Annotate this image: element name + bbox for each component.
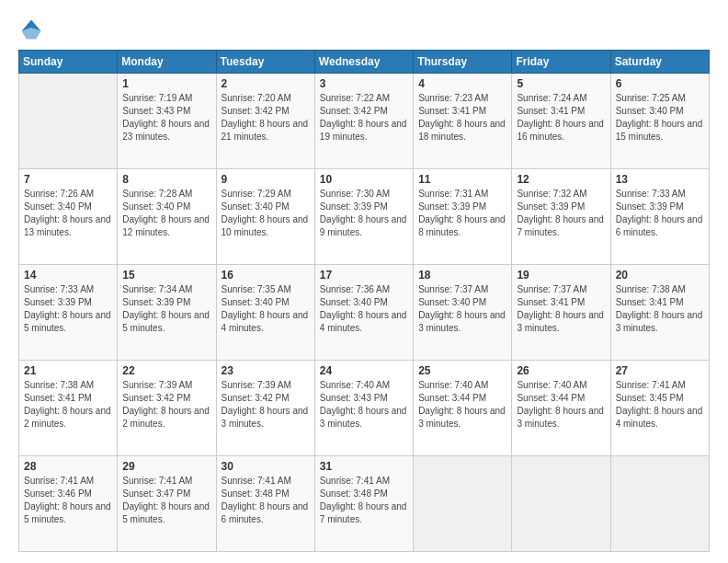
sunset-label: Sunset: 3:39 PM xyxy=(418,201,486,212)
daylight-label: Daylight: 8 hours and 5 minutes. xyxy=(24,501,111,524)
sunrise-label: Sunrise: 7:35 AM xyxy=(222,284,291,294)
table-row: 17 Sunrise: 7:36 AM Sunset: 3:40 PM Dayl… xyxy=(314,265,413,361)
daylight-label: Daylight: 8 hours and 7 minutes. xyxy=(320,501,407,524)
daylight-label: Daylight: 8 hours and 3 minutes. xyxy=(517,310,604,333)
daylight-label: Daylight: 8 hours and 10 minutes. xyxy=(222,214,309,237)
sunset-label: Sunset: 3:39 PM xyxy=(24,297,92,307)
cell-info: Sunrise: 7:40 AM Sunset: 3:44 PM Dayligh… xyxy=(418,379,506,431)
day-number: 22 xyxy=(122,364,210,377)
table-row: 26 Sunrise: 7:40 AM Sunset: 3:44 PM Dayl… xyxy=(512,361,610,456)
table-row: 16 Sunrise: 7:35 AM Sunset: 3:40 PM Dayl… xyxy=(216,265,314,361)
sunset-label: Sunset: 3:44 PM xyxy=(418,393,486,403)
daylight-label: Daylight: 8 hours and 4 minutes. xyxy=(222,310,309,333)
sunrise-label: Sunrise: 7:37 AM xyxy=(517,284,586,294)
sunset-label: Sunset: 3:46 PM xyxy=(24,488,92,499)
cell-info: Sunrise: 7:37 AM Sunset: 3:41 PM Dayligh… xyxy=(517,283,605,335)
daylight-label: Daylight: 8 hours and 12 minutes. xyxy=(122,214,210,237)
daylight-label: Daylight: 8 hours and 13 minutes. xyxy=(24,214,111,237)
table-row: 6 Sunrise: 7:25 AM Sunset: 3:40 PM Dayli… xyxy=(610,74,709,169)
table-row: 31 Sunrise: 7:41 AM Sunset: 3:48 PM Dayl… xyxy=(314,456,413,552)
sunset-label: Sunset: 3:45 PM xyxy=(616,393,684,403)
cell-info: Sunrise: 7:22 AM Sunset: 3:42 PM Dayligh… xyxy=(320,92,408,144)
sunset-label: Sunset: 3:48 PM xyxy=(222,488,290,499)
sunset-label: Sunset: 3:43 PM xyxy=(122,106,190,116)
sunset-label: Sunset: 3:39 PM xyxy=(122,297,190,307)
daylight-label: Daylight: 8 hours and 3 minutes. xyxy=(320,406,407,429)
sunset-label: Sunset: 3:40 PM xyxy=(222,201,290,212)
sunrise-label: Sunrise: 7:41 AM xyxy=(222,476,291,486)
cell-info: Sunrise: 7:20 AM Sunset: 3:42 PM Dayligh… xyxy=(222,92,310,144)
sunrise-label: Sunrise: 7:41 AM xyxy=(320,476,390,486)
daylight-label: Daylight: 8 hours and 19 minutes. xyxy=(320,119,407,142)
table-row: 7 Sunrise: 7:26 AM Sunset: 3:40 PM Dayli… xyxy=(19,169,118,265)
sunset-label: Sunset: 3:39 PM xyxy=(616,201,684,212)
cell-info: Sunrise: 7:38 AM Sunset: 3:41 PM Dayligh… xyxy=(24,379,112,431)
sunset-label: Sunset: 3:41 PM xyxy=(517,106,585,116)
sunset-label: Sunset: 3:39 PM xyxy=(320,201,388,212)
table-row xyxy=(414,456,512,552)
day-number: 29 xyxy=(122,460,210,473)
calendar-week-1: 7 Sunrise: 7:26 AM Sunset: 3:40 PM Dayli… xyxy=(19,169,710,265)
daylight-label: Daylight: 8 hours and 6 minutes. xyxy=(616,214,703,237)
calendar-week-0: 1 Sunrise: 7:19 AM Sunset: 3:43 PM Dayli… xyxy=(19,74,710,169)
sunrise-label: Sunrise: 7:20 AM xyxy=(222,93,291,103)
sunset-label: Sunset: 3:41 PM xyxy=(616,297,684,307)
day-number: 20 xyxy=(616,269,704,282)
day-number: 3 xyxy=(320,77,408,90)
sunset-label: Sunset: 3:40 PM xyxy=(122,201,190,212)
table-row xyxy=(512,456,610,552)
cell-info: Sunrise: 7:29 AM Sunset: 3:40 PM Dayligh… xyxy=(222,188,310,239)
sunrise-label: Sunrise: 7:25 AM xyxy=(616,93,686,103)
table-row: 15 Sunrise: 7:34 AM Sunset: 3:39 PM Dayl… xyxy=(118,265,216,361)
table-row: 4 Sunrise: 7:23 AM Sunset: 3:41 PM Dayli… xyxy=(414,74,512,169)
header-row: Sunday Monday Tuesday Wednesday Thursday… xyxy=(19,51,710,74)
sunrise-label: Sunrise: 7:41 AM xyxy=(24,476,94,486)
calendar-body: 1 Sunrise: 7:19 AM Sunset: 3:43 PM Dayli… xyxy=(19,74,710,552)
day-number: 30 xyxy=(222,460,310,473)
daylight-label: Daylight: 8 hours and 3 minutes. xyxy=(418,310,506,333)
sunset-label: Sunset: 3:42 PM xyxy=(222,106,290,116)
daylight-label: Daylight: 8 hours and 2 minutes. xyxy=(122,406,210,429)
daylight-label: Daylight: 8 hours and 3 minutes. xyxy=(222,406,309,429)
sunset-label: Sunset: 3:42 PM xyxy=(122,393,190,403)
sunrise-label: Sunrise: 7:40 AM xyxy=(320,380,390,390)
table-row: 13 Sunrise: 7:33 AM Sunset: 3:39 PM Dayl… xyxy=(610,169,709,265)
table-row: 27 Sunrise: 7:41 AM Sunset: 3:45 PM Dayl… xyxy=(610,361,709,456)
table-row: 19 Sunrise: 7:37 AM Sunset: 3:41 PM Dayl… xyxy=(512,265,610,361)
cell-info: Sunrise: 7:41 AM Sunset: 3:48 PM Dayligh… xyxy=(222,475,310,526)
daylight-label: Daylight: 8 hours and 3 minutes. xyxy=(616,310,703,333)
sunrise-label: Sunrise: 7:26 AM xyxy=(24,189,94,199)
table-row: 25 Sunrise: 7:40 AM Sunset: 3:44 PM Dayl… xyxy=(414,361,512,456)
day-number: 25 xyxy=(418,364,506,377)
sunrise-label: Sunrise: 7:19 AM xyxy=(122,93,192,103)
day-number: 11 xyxy=(418,173,506,186)
page: Sunday Monday Tuesday Wednesday Thursday… xyxy=(0,0,728,563)
day-number: 17 xyxy=(320,269,408,282)
day-number: 28 xyxy=(24,460,112,473)
cell-info: Sunrise: 7:24 AM Sunset: 3:41 PM Dayligh… xyxy=(517,92,605,144)
calendar-header: Sunday Monday Tuesday Wednesday Thursday… xyxy=(19,51,710,74)
table-row: 30 Sunrise: 7:41 AM Sunset: 3:48 PM Dayl… xyxy=(216,456,314,552)
daylight-label: Daylight: 8 hours and 5 minutes. xyxy=(122,310,210,333)
table-row: 24 Sunrise: 7:40 AM Sunset: 3:43 PM Dayl… xyxy=(314,361,413,456)
sunset-label: Sunset: 3:40 PM xyxy=(320,297,388,307)
table-row xyxy=(610,456,709,552)
cell-info: Sunrise: 7:36 AM Sunset: 3:40 PM Dayligh… xyxy=(320,283,408,335)
sunset-label: Sunset: 3:40 PM xyxy=(616,106,684,116)
sunrise-label: Sunrise: 7:41 AM xyxy=(616,380,686,390)
sunset-label: Sunset: 3:43 PM xyxy=(320,393,388,403)
daylight-label: Daylight: 8 hours and 7 minutes. xyxy=(517,214,604,237)
table-row: 18 Sunrise: 7:37 AM Sunset: 3:40 PM Dayl… xyxy=(414,265,512,361)
col-thursday: Thursday xyxy=(414,51,512,74)
daylight-label: Daylight: 8 hours and 15 minutes. xyxy=(616,119,703,142)
cell-info: Sunrise: 7:28 AM Sunset: 3:40 PM Dayligh… xyxy=(122,188,210,239)
sunrise-label: Sunrise: 7:24 AM xyxy=(517,93,586,103)
cell-info: Sunrise: 7:41 AM Sunset: 3:47 PM Dayligh… xyxy=(122,475,210,526)
cell-info: Sunrise: 7:40 AM Sunset: 3:44 PM Dayligh… xyxy=(517,379,605,431)
header xyxy=(18,17,710,42)
sunrise-label: Sunrise: 7:33 AM xyxy=(616,189,686,199)
cell-info: Sunrise: 7:41 AM Sunset: 3:45 PM Dayligh… xyxy=(616,379,704,431)
col-wednesday: Wednesday xyxy=(314,51,413,74)
daylight-label: Daylight: 8 hours and 5 minutes. xyxy=(24,310,111,333)
sunset-label: Sunset: 3:41 PM xyxy=(24,393,92,403)
